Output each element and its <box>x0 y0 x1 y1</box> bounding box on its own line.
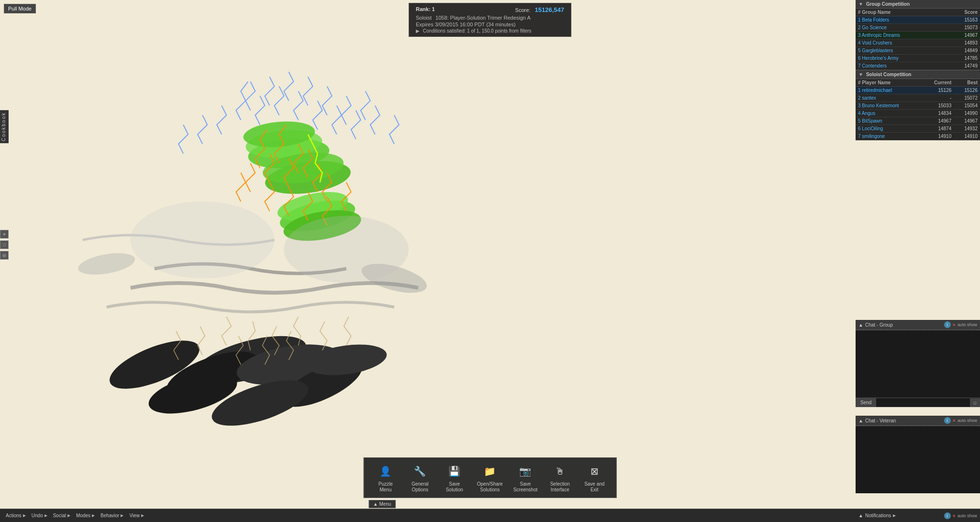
chat-veteran-body <box>856 426 980 493</box>
action-item-undo[interactable]: Undo ▶ <box>30 512 49 519</box>
soloist-collapse-icon[interactable]: ▼ <box>858 72 863 77</box>
chat-group-autoshow[interactable]: auto show <box>958 322 977 327</box>
group-row[interactable]: 2 Go Science 15073 <box>856 24 980 32</box>
cookbook-sidebar[interactable]: Cookbook <box>0 110 9 143</box>
group-competition-table: # Group Name Score 1 Beta Folders 15163 … <box>856 9 980 70</box>
soloist-competition-table: # Player Name Current Best 1 retiredmich… <box>856 79 980 140</box>
chat-veteran-panel: ▲ Chat - Veteran i × auto show <box>856 416 980 493</box>
notifications-close-btn[interactable]: × <box>953 513 956 519</box>
rank-label: Rank: 1 <box>416 6 435 13</box>
group-score: 15073 <box>946 24 980 32</box>
toolbar-btn-open-share-solutions[interactable]: 📁 Open/ShareSolutions <box>472 461 508 495</box>
chat-group-input[interactable] <box>876 398 969 407</box>
chat-group-send-btn[interactable]: Send <box>856 398 876 407</box>
notifications-arrow[interactable]: ▶ <box>893 513 896 518</box>
bottom-toolbar: 👤 PuzzleMenu 🔧 GeneralOptions 💾 SaveSolu… <box>364 457 617 498</box>
group-row[interactable]: 1 Beta Folders 15163 <box>856 16 980 24</box>
chat-veteran-info-btn[interactable]: i <box>944 417 951 424</box>
group-score: 14893 <box>946 39 980 47</box>
action-item-actions[interactable]: Actions ▶ <box>4 512 28 519</box>
soloist-best: 15072 <box>954 94 980 102</box>
group-score: 15163 <box>946 16 980 24</box>
action-arrow: ▶ <box>45 513 47 518</box>
group-collapse-icon[interactable]: ▼ <box>858 1 863 7</box>
left-icon-2[interactable]: □ <box>0 240 9 249</box>
soloist-row[interactable]: 1 retiredmichael 15126 15126 <box>856 87 980 94</box>
puzzle-id: 1058: Player-Solution Trimer Redesign A <box>435 15 531 21</box>
soloist-rank-name: 6 LociOiling <box>856 125 922 133</box>
menu-label[interactable]: ▲ Menu <box>369 500 396 508</box>
soloist-row[interactable]: 7 smilingone 14910 14910 <box>856 133 980 140</box>
soloist-rank-name: 5 BitSpawn <box>856 117 922 125</box>
svg-point-20 <box>284 216 408 283</box>
left-icon-3[interactable]: ◎ <box>0 251 9 260</box>
soloist-row[interactable]: 3 Bruno Kestemont 15033 15054 <box>856 102 980 110</box>
group-row[interactable]: 6 Herobrine's Army 14785 <box>856 55 980 62</box>
soloist-row[interactable]: 6 LociOiling 14874 14932 <box>856 125 980 133</box>
toolbar-btn-selection-interface[interactable]: 🖱 SelectionInterface <box>543 461 577 495</box>
soloist-best: 15126 <box>954 87 980 94</box>
toolbar-btn-puzzle-menu[interactable]: 👤 PuzzleMenu <box>369 461 402 495</box>
chat-group-info-btn[interactable]: i <box>944 321 951 328</box>
soloist-label: Soloist <box>416 15 432 21</box>
soloist-best: 14932 <box>954 125 980 133</box>
chat-veteran-header: ▲ Chat - Veteran i × auto show <box>856 416 980 426</box>
score-label: Score: <box>515 7 531 13</box>
chat-group-emoji-btn[interactable]: ☺ <box>970 398 980 407</box>
pull-mode-label: Pull Mode <box>8 6 32 11</box>
soloist-current: 14967 <box>922 117 954 125</box>
action-item-social[interactable]: Social ▶ <box>51 512 72 519</box>
soloist-current: 14910 <box>922 133 954 140</box>
chat-veteran-close-btn[interactable]: × <box>953 418 956 423</box>
competition-panel: ▼ Group Competition # Group Name Score 1… <box>856 0 980 140</box>
chat-veteran-triangle[interactable]: ▲ <box>858 418 863 423</box>
action-item-view[interactable]: View ▶ <box>127 512 146 519</box>
play-icon: ▶ <box>416 28 420 34</box>
chat-veteran-autoshow[interactable]: auto show <box>958 418 977 423</box>
toolbar-btn-save-exit[interactable]: ⊠ Save andExit <box>578 461 611 495</box>
soloist-current: 14874 <box>922 125 954 133</box>
group-row[interactable]: 3 Anthropic Dreams 14967 <box>856 32 980 39</box>
soloist-row[interactable]: 5 BitSpawn 14967 14967 <box>856 117 980 125</box>
action-item-behavior[interactable]: Behavior ▶ <box>99 512 125 519</box>
chat-group-triangle[interactable]: ▲ <box>858 322 863 328</box>
toolbar-btn-general-options[interactable]: 🔧 GeneralOptions <box>403 461 437 495</box>
toolbar-btn-save-screenshot[interactable]: 📷 SaveScreenshot <box>509 461 543 495</box>
pull-mode-button[interactable]: Pull Mode <box>4 4 36 13</box>
group-row[interactable]: 5 Gargleblasters 14849 <box>856 47 980 55</box>
left-icon-panel: ≡ □ ◎ <box>0 230 10 260</box>
group-row[interactable]: 7 Contenders 14749 <box>856 62 980 70</box>
notifications-autoshow[interactable]: auto show <box>958 513 977 518</box>
action-label: View <box>129 513 140 518</box>
notifications-triangle[interactable]: ▲ <box>858 513 863 518</box>
action-bar: Actions ▶ Undo ▶ Social ▶ Modes ▶ Behavi… <box>0 509 856 522</box>
group-score: 14749 <box>946 62 980 70</box>
action-item-modes[interactable]: Modes ▶ <box>74 512 97 519</box>
toolbar-icon-general-options: 🔧 <box>412 463 429 480</box>
group-competition-title: Group Competition <box>866 1 910 7</box>
soloist-best: 14910 <box>954 133 980 140</box>
toolbar-icon-save-solution: 💾 <box>446 463 463 480</box>
toolbar-label-save-exit: Save andExit <box>584 481 604 493</box>
chat-group-close-btn[interactable]: × <box>953 322 956 328</box>
toolbar-btn-save-solution[interactable]: 💾 SaveSolution <box>438 461 471 495</box>
soloist-row[interactable]: 4 Angus 14834 14990 <box>856 110 980 117</box>
notifications-bar: ▲ Notifications ▶ i × auto show <box>856 509 980 522</box>
toolbar-label-selection-interface: SelectionInterface <box>550 481 570 493</box>
cookbook-label: Cookbook <box>1 112 6 141</box>
action-arrow: ▶ <box>141 513 144 518</box>
group-competition-header: ▼ Group Competition <box>856 0 980 9</box>
soloist-current: - <box>922 94 954 102</box>
toolbar-label-general-options: GeneralOptions <box>412 481 429 493</box>
group-row[interactable]: 4 Void Crushers 14893 <box>856 39 980 47</box>
notifications-info-btn[interactable]: i <box>944 512 951 519</box>
soloist-rank-name: 4 Angus <box>856 110 922 117</box>
toolbar-icon-puzzle-menu: 👤 <box>377 463 394 480</box>
soloist-row[interactable]: 2 santex - 15072 <box>856 94 980 102</box>
chat-group-header: ▲ Chat - Group i × auto show <box>856 320 980 330</box>
chat-group-body <box>856 330 980 397</box>
group-rank-name: 4 Void Crushers <box>856 39 946 47</box>
chat-group-title: Chat - Group <box>865 322 893 328</box>
action-arrow: ▶ <box>67 513 70 518</box>
left-icon-1[interactable]: ≡ <box>0 230 9 238</box>
